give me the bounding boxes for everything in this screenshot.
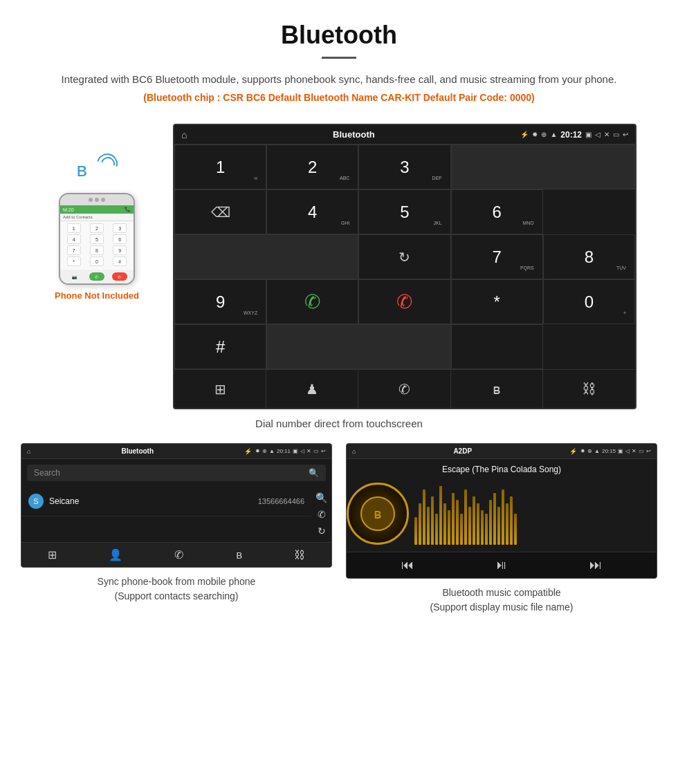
phone-dot bbox=[89, 198, 93, 202]
play-pause-button[interactable]: ⏯ bbox=[495, 558, 508, 572]
dial-key-8[interactable]: 8 TUV bbox=[543, 234, 635, 279]
music-album-area: ʙ bbox=[347, 483, 657, 545]
music-bar bbox=[414, 517, 417, 545]
back-icon: ↩ bbox=[623, 131, 628, 138]
camera-status-icon: ▣ bbox=[585, 131, 592, 138]
usb-icon: ⚡ bbox=[520, 131, 529, 138]
phone-key-7: 7 bbox=[67, 245, 81, 255]
phonebook-bottom-bar: ⊞ 👤 ✆ ʙ ⛓ bbox=[21, 542, 331, 567]
phonebook-caption-line2: (Support contacts searching) bbox=[115, 590, 239, 601]
dial-key-7[interactable]: 7 PQRS bbox=[451, 234, 543, 279]
phone-keypad-row: 7 8 9 bbox=[62, 245, 131, 255]
phone-endcall-btn: ✆ bbox=[112, 272, 127, 281]
status-bar-title: Bluetooth bbox=[187, 129, 520, 140]
phone-mockup: M:20 📞 Add to Contacts 1 2 3 4 5 6 7 bbox=[59, 193, 135, 285]
prev-button[interactable]: ⏮ bbox=[401, 558, 414, 572]
phone-key-8: 8 bbox=[90, 245, 104, 255]
next-button[interactable]: ⏭ bbox=[589, 558, 602, 572]
dial-display bbox=[451, 144, 635, 189]
music-bar bbox=[473, 496, 475, 545]
search-icon: 🔍 bbox=[309, 468, 319, 478]
music-controls: ⏮ ⏯ ⏭ bbox=[347, 552, 657, 578]
dial-call-green[interactable]: ✆ bbox=[266, 279, 358, 324]
music-caption-line1: Bluetooth music compatible bbox=[442, 587, 560, 598]
contact-letter: S bbox=[28, 494, 44, 509]
music-bar bbox=[485, 514, 488, 545]
home-icon[interactable]: ⌂ bbox=[181, 129, 187, 140]
main-content-area: ʙ M:20 📞 Add to Contacts 1 2 3 bbox=[0, 110, 678, 409]
phone-key-star: * bbox=[67, 256, 81, 266]
dial-key-5[interactable]: 5 JKL bbox=[358, 189, 450, 234]
music-bar bbox=[493, 493, 496, 545]
dial-call-red[interactable]: ✆ bbox=[358, 279, 450, 324]
status-time: 20:12 bbox=[560, 130, 582, 140]
dial-status-bar: ⌂ Bluetooth ⚡ ✸ ⊕ ▲ 20:12 ▣ ◁ ✕ ▭ ↩ bbox=[174, 125, 635, 144]
pb-refresh-icon: ↻ bbox=[318, 525, 326, 536]
phone-key-0: 0 bbox=[90, 256, 104, 266]
phonebook-search-bar[interactable]: Search 🔍 bbox=[27, 465, 326, 481]
dial-link-icon[interactable]: ⛓ bbox=[543, 370, 635, 408]
phone-contact-bar: Add to Contacts bbox=[60, 214, 134, 221]
pb-link-icon[interactable]: ⛓ bbox=[294, 549, 305, 561]
dial-key-9[interactable]: 9 WXYZ bbox=[174, 279, 266, 324]
music-bar bbox=[427, 507, 430, 545]
music-bar bbox=[481, 510, 484, 545]
phone-not-included-label: Phone Not Included bbox=[55, 290, 139, 301]
dial-key-hash[interactable]: # bbox=[174, 324, 266, 369]
phonebook-caption-line1: Sync phone-book from mobile phone bbox=[98, 576, 256, 587]
phone-key-6: 6 bbox=[113, 234, 127, 244]
phone-keypad: 1 2 3 4 5 6 7 8 9 * 0 # bbox=[60, 221, 134, 270]
music-album-inner: ʙ bbox=[360, 496, 395, 531]
music-bars bbox=[409, 483, 657, 545]
phone-camera-btn: 📷 bbox=[66, 272, 82, 281]
phonebook-status-bar: ⌂ Bluetooth ⚡ ✸ ⊕ ▲ 20:11 ▣ ◁ ✕ ▭ ↩ bbox=[21, 444, 331, 459]
bt-wave-2 bbox=[93, 150, 122, 178]
music-block: ⌂ A2DP ⚡ ✸ ⊕ ▲ 20:15 ▣ ◁ ✕ ▭ ↩ Escape (T… bbox=[346, 443, 657, 618]
phone-top-bar bbox=[60, 194, 134, 205]
page-description: Integrated with BC6 Bluetooth module, su… bbox=[42, 71, 636, 88]
phone-dot bbox=[101, 198, 105, 202]
pb-search-icon: 🔍 bbox=[315, 492, 327, 503]
status-bar-left: ⌂ bbox=[181, 129, 187, 140]
dial-grid-icon[interactable]: ⊞ bbox=[174, 370, 266, 408]
music-bar bbox=[464, 489, 467, 545]
pb-grid-icon[interactable]: ⊞ bbox=[48, 548, 57, 561]
dial-key-star[interactable]: * bbox=[451, 279, 543, 324]
signal-icon: ▲ bbox=[550, 131, 557, 138]
dial-phone-icon[interactable]: ✆ bbox=[358, 370, 450, 408]
dial-key-0[interactable]: 0 + bbox=[543, 279, 635, 324]
music-song-title: Escape (The Pina Colada Song) bbox=[347, 459, 657, 474]
search-placeholder: Search bbox=[34, 468, 60, 478]
music-bt-icon: ʙ bbox=[374, 505, 382, 522]
car-dial-screen: ⌂ Bluetooth ⚡ ✸ ⊕ ▲ 20:12 ▣ ◁ ✕ ▭ ↩ 1 ∞ bbox=[173, 124, 636, 409]
phone-key-3: 3 bbox=[113, 223, 127, 233]
dial-bluetooth-icon[interactable]: ʙ bbox=[451, 370, 543, 408]
dial-key-2[interactable]: 2 ABC bbox=[266, 144, 358, 189]
bluetooth-icon: ʙ bbox=[76, 158, 87, 181]
music-bar bbox=[502, 489, 504, 545]
dial-display-2 bbox=[174, 234, 358, 279]
music-bar bbox=[460, 514, 463, 545]
dial-key-3[interactable]: 3 DEF bbox=[358, 144, 450, 189]
music-bar bbox=[477, 503, 479, 545]
call-status: M:20 bbox=[63, 207, 74, 212]
music-bar bbox=[452, 493, 455, 545]
dial-refresh-button[interactable]: ↻ bbox=[358, 234, 450, 279]
call-red-icon: ✆ bbox=[396, 290, 412, 313]
music-home-icon: ⌂ bbox=[352, 448, 356, 455]
dial-person-icon[interactable]: ♟ bbox=[266, 370, 358, 408]
pb-phone-icon[interactable]: ✆ bbox=[174, 548, 183, 561]
phonebook-contact[interactable]: S Seicane 13566664466 bbox=[21, 487, 311, 516]
bluetooth-waves: ʙ bbox=[76, 151, 118, 186]
pb-home-icon: ⌂ bbox=[27, 448, 30, 455]
pb-status-right: ✸ ⊕ ▲ 20:11 ▣ ◁ ✕ ▭ ↩ bbox=[255, 448, 326, 454]
phone-keypad-row: * 0 # bbox=[62, 256, 131, 266]
dial-key-6[interactable]: 6 MNO bbox=[451, 189, 543, 234]
music-caption: Bluetooth music compatible (Support disp… bbox=[423, 579, 580, 618]
music-bar bbox=[468, 507, 471, 545]
pb-bluetooth-icon[interactable]: ʙ bbox=[236, 548, 242, 561]
dial-key-4[interactable]: 4 GHI bbox=[266, 189, 358, 234]
pb-person-icon[interactable]: 👤 bbox=[109, 548, 122, 561]
dial-key-1[interactable]: 1 ∞ bbox=[174, 144, 266, 189]
dial-backspace-button[interactable]: ⌫ bbox=[174, 189, 266, 234]
